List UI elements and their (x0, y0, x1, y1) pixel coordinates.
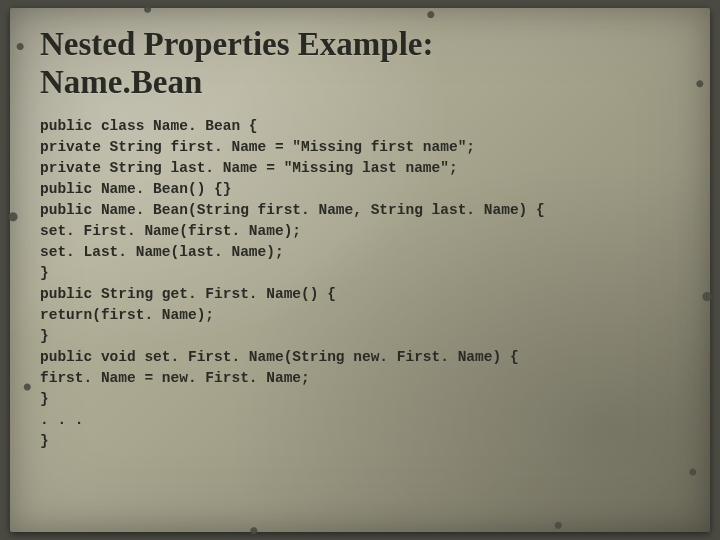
code-block: public class Name. Bean { private String… (40, 116, 680, 452)
slide-paper: Nested Properties Example: Name.Bean pub… (10, 8, 710, 532)
slide-title: Nested Properties Example: Name.Bean (40, 26, 680, 102)
